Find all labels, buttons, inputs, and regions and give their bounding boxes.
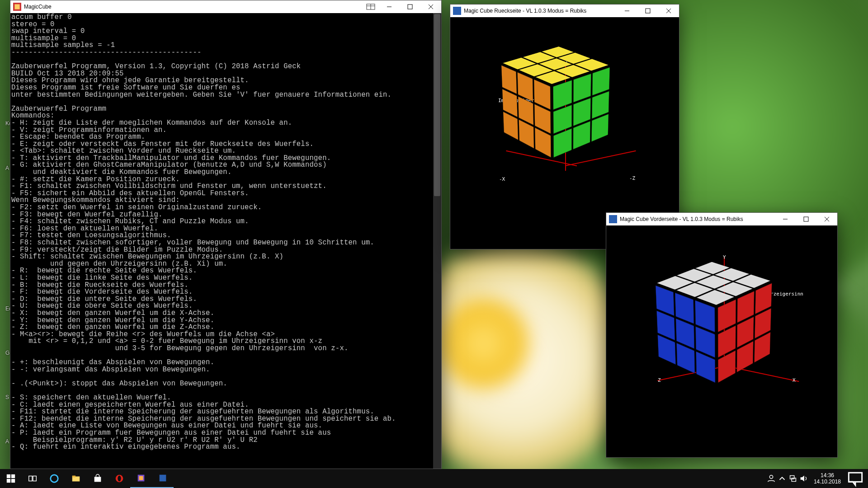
desktop-icon-label: Ecl xyxy=(5,305,10,312)
axis-z-label: Z xyxy=(658,377,661,383)
back-title: Magic Cube Rueckseite - VL 1.0.3 Modus =… xyxy=(464,8,586,14)
taskbar-app-store[interactable] xyxy=(87,469,108,488)
svg-rect-1 xyxy=(14,4,19,9)
taskbar-app-opera[interactable] xyxy=(108,469,130,488)
axis-z-label: -Z xyxy=(629,175,635,181)
console-title: MagicCube xyxy=(24,4,52,10)
svg-rect-11 xyxy=(646,9,650,13)
svg-rect-24 xyxy=(33,476,36,481)
cube-sticker xyxy=(591,114,609,142)
close-button[interactable] xyxy=(816,213,837,225)
maximize-button[interactable] xyxy=(400,0,420,13)
console-output: accum buffer 0 stereo = 0 swap interval … xyxy=(10,13,433,452)
taskbar-date: 14.10.2018 xyxy=(814,479,841,485)
action-center-button[interactable] xyxy=(845,469,865,488)
tray-people-icon[interactable] xyxy=(766,469,777,488)
svg-marker-37 xyxy=(801,476,804,482)
console-titlebar[interactable]: MagicCube xyxy=(10,0,441,13)
svg-rect-38 xyxy=(849,473,862,482)
svg-rect-23 xyxy=(29,476,32,481)
svg-rect-19 xyxy=(7,474,10,478)
taskbar-clock[interactable]: 14:36 14.10.2018 xyxy=(809,472,845,485)
svg-rect-32 xyxy=(139,476,143,480)
desktop-icon-label: A xyxy=(5,165,10,171)
taskbar-app-magiccube[interactable] xyxy=(130,469,152,488)
desktop-icon-label: Ko xyxy=(5,120,10,127)
taskbar-app-explorer[interactable] xyxy=(65,469,87,488)
scrollbar-thumb[interactable] xyxy=(434,14,440,196)
app-icon xyxy=(13,3,21,11)
tray-volume-icon[interactable] xyxy=(798,469,809,488)
task-view-button[interactable] xyxy=(22,469,43,488)
front-title: Magic Cube Vorderseite - VL 1.0.3 Modus … xyxy=(620,216,743,222)
svg-rect-33 xyxy=(160,475,166,482)
tray-chevron-up-icon[interactable] xyxy=(777,469,788,488)
window-extra-button[interactable] xyxy=(363,0,379,13)
close-button[interactable] xyxy=(658,5,679,17)
front-titlebar[interactable]: Magic Cube Vorderseite - VL 1.0.3 Modus … xyxy=(606,213,837,225)
svg-point-25 xyxy=(51,475,58,483)
axis-x-label: -X xyxy=(499,176,505,182)
close-button[interactable] xyxy=(420,0,441,13)
desktop-icon-label: S xyxy=(5,394,10,400)
desktop-icon-label: G xyxy=(5,350,10,356)
console-client: accum buffer 0 stereo = 0 swap interval … xyxy=(10,13,433,469)
minimize-button[interactable] xyxy=(775,213,796,225)
svg-rect-21 xyxy=(7,479,10,483)
cube-sticker xyxy=(573,121,590,150)
desktop-icon-label: A xyxy=(5,438,10,445)
console-window[interactable]: MagicCube accum buffer 0 stereo = 0 swap… xyxy=(10,0,442,469)
minimize-button[interactable] xyxy=(379,0,400,13)
minimize-button[interactable] xyxy=(617,5,637,17)
start-button[interactable] xyxy=(0,469,22,488)
cube-front-window[interactable]: Magic Cube Vorderseite - VL 1.0.3 Modus … xyxy=(606,212,838,458)
svg-rect-9 xyxy=(453,7,461,15)
taskbar-app-edge[interactable] xyxy=(43,469,65,488)
svg-rect-22 xyxy=(11,479,15,483)
taskbar-app-viewer[interactable] xyxy=(152,469,174,488)
svg-rect-14 xyxy=(609,215,617,223)
maximize-button[interactable] xyxy=(796,213,816,225)
svg-rect-16 xyxy=(804,217,808,221)
back-titlebar[interactable]: Magic Cube Rueckseite - VL 1.0.3 Modus =… xyxy=(450,5,679,17)
svg-rect-6 xyxy=(408,5,412,9)
axis-x-label: X xyxy=(793,377,796,383)
svg-rect-20 xyxy=(11,474,15,478)
maximize-button[interactable] xyxy=(637,5,658,17)
svg-rect-28 xyxy=(94,477,101,482)
taskbar-time: 14:36 xyxy=(814,472,841,479)
svg-rect-27 xyxy=(72,476,75,478)
taskbar[interactable]: 14:36 14.10.2018 xyxy=(0,469,868,488)
svg-point-34 xyxy=(769,475,773,479)
app-icon xyxy=(609,215,617,223)
app-icon xyxy=(453,7,461,15)
front-viewport[interactable]: Y X Z Im Uhrzeigersinn xyxy=(606,225,837,457)
axis-y-label: Y xyxy=(723,254,726,260)
tray-network-icon[interactable] xyxy=(788,469,798,488)
console-scrollbar[interactable] xyxy=(433,13,441,469)
svg-point-30 xyxy=(118,476,121,482)
